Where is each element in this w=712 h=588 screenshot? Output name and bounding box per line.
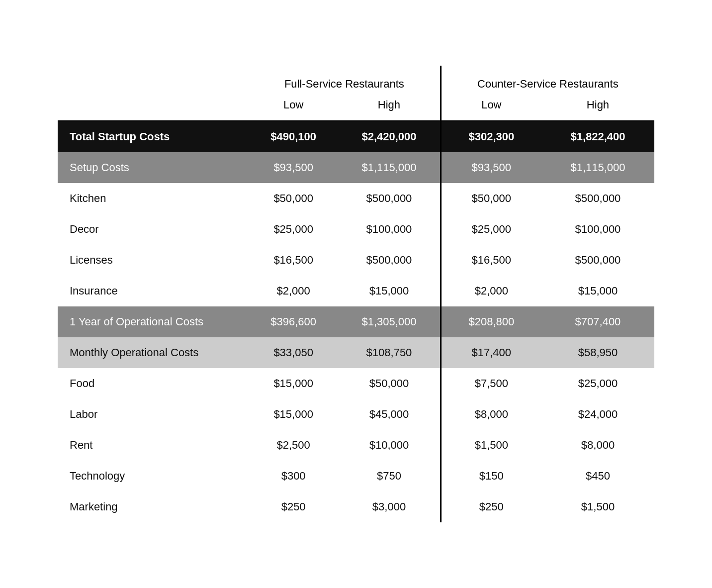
row-value: $750: [338, 461, 441, 491]
table-row: Technology$300$750$150$450: [58, 461, 654, 491]
table-row: Rent$2,500$10,000$1,500$8,000: [58, 430, 654, 461]
row-value: $8,000: [541, 430, 654, 461]
row-value: $24,000: [541, 399, 654, 430]
empty-sub-header: [58, 95, 249, 121]
row-value: $50,000: [441, 183, 541, 214]
row-value: $50,000: [338, 368, 441, 399]
table-row: Insurance$2,000$15,000$2,000$15,000: [58, 276, 654, 306]
row-value: $15,000: [249, 368, 338, 399]
row-value: $15,000: [249, 399, 338, 430]
row-value: $1,500: [441, 430, 541, 461]
table-row: Labor$15,000$45,000$8,000$24,000: [58, 399, 654, 430]
row-value: $33,050: [249, 337, 338, 368]
row-value: $45,000: [338, 399, 441, 430]
row-value: $2,000: [441, 276, 541, 306]
row-value: $707,400: [541, 306, 654, 337]
row-label: Monthly Operational Costs: [58, 337, 249, 368]
row-value: $1,115,000: [338, 152, 441, 183]
row-value: $2,000: [249, 276, 338, 306]
table-row: Setup Costs$93,500$1,115,000$93,500$1,11…: [58, 152, 654, 183]
row-label: Labor: [58, 399, 249, 430]
table-row: Total Startup Costs$490,100$2,420,000$30…: [58, 121, 654, 152]
row-value: $50,000: [249, 183, 338, 214]
table-row: Decor$25,000$100,000$25,000$100,000: [58, 214, 654, 245]
row-label: Marketing: [58, 491, 249, 522]
row-value: $58,950: [541, 337, 654, 368]
row-value: $500,000: [541, 183, 654, 214]
row-value: $25,000: [441, 214, 541, 245]
row-value: $16,500: [249, 245, 338, 276]
header-group-row: Full-Service Restaurants Counter-Service…: [58, 66, 654, 95]
header-sub-row: Low High Low High: [58, 95, 654, 121]
row-label: Kitchen: [58, 183, 249, 214]
table-row: 1 Year of Operational Costs$396,600$1,30…: [58, 306, 654, 337]
row-value: $100,000: [541, 214, 654, 245]
row-value: $500,000: [338, 245, 441, 276]
counter-service-header: Counter-Service Restaurants: [441, 66, 654, 95]
row-value: $3,000: [338, 491, 441, 522]
table-row: Kitchen$50,000$500,000$50,000$500,000: [58, 183, 654, 214]
row-value: $93,500: [441, 152, 541, 183]
table-row: Monthly Operational Costs$33,050$108,750…: [58, 337, 654, 368]
row-value: $490,100: [249, 121, 338, 152]
row-label: Food: [58, 368, 249, 399]
row-value: $1,305,000: [338, 306, 441, 337]
table-row: Licenses$16,500$500,000$16,500$500,000: [58, 245, 654, 276]
row-value: $250: [441, 491, 541, 522]
row-value: $8,000: [441, 399, 541, 430]
row-label: Insurance: [58, 276, 249, 306]
row-label: Total Startup Costs: [58, 121, 249, 152]
empty-header: [58, 66, 249, 95]
full-service-header: Full-Service Restaurants: [249, 66, 441, 95]
counter-service-low-header: Low: [441, 95, 541, 121]
row-value: $1,115,000: [541, 152, 654, 183]
row-value: $108,750: [338, 337, 441, 368]
row-value: $396,600: [249, 306, 338, 337]
row-value: $1,822,400: [541, 121, 654, 152]
row-value: $25,000: [541, 368, 654, 399]
row-value: $16,500: [441, 245, 541, 276]
row-value: $500,000: [541, 245, 654, 276]
row-value: $300: [249, 461, 338, 491]
row-value: $25,000: [249, 214, 338, 245]
row-value: $7,500: [441, 368, 541, 399]
row-value: $100,000: [338, 214, 441, 245]
row-value: $17,400: [441, 337, 541, 368]
row-label: Decor: [58, 214, 249, 245]
row-value: $2,420,000: [338, 121, 441, 152]
row-value: $450: [541, 461, 654, 491]
row-label: Technology: [58, 461, 249, 491]
row-value: $2,500: [249, 430, 338, 461]
row-label: 1 Year of Operational Costs: [58, 306, 249, 337]
table-row: Food$15,000$50,000$7,500$25,000: [58, 368, 654, 399]
row-value: $302,300: [441, 121, 541, 152]
row-value: $10,000: [338, 430, 441, 461]
row-value: $208,800: [441, 306, 541, 337]
row-value: $150: [441, 461, 541, 491]
cost-comparison-table: Full-Service Restaurants Counter-Service…: [58, 66, 654, 522]
full-service-high-header: High: [338, 95, 441, 121]
full-service-low-header: Low: [249, 95, 338, 121]
row-label: Licenses: [58, 245, 249, 276]
row-value: $15,000: [541, 276, 654, 306]
row-value: $15,000: [338, 276, 441, 306]
row-value: $1,500: [541, 491, 654, 522]
row-value: $500,000: [338, 183, 441, 214]
row-label: Rent: [58, 430, 249, 461]
row-label: Setup Costs: [58, 152, 249, 183]
counter-service-high-header: High: [541, 95, 654, 121]
row-value: $93,500: [249, 152, 338, 183]
table-row: Marketing$250$3,000$250$1,500: [58, 491, 654, 522]
row-value: $250: [249, 491, 338, 522]
